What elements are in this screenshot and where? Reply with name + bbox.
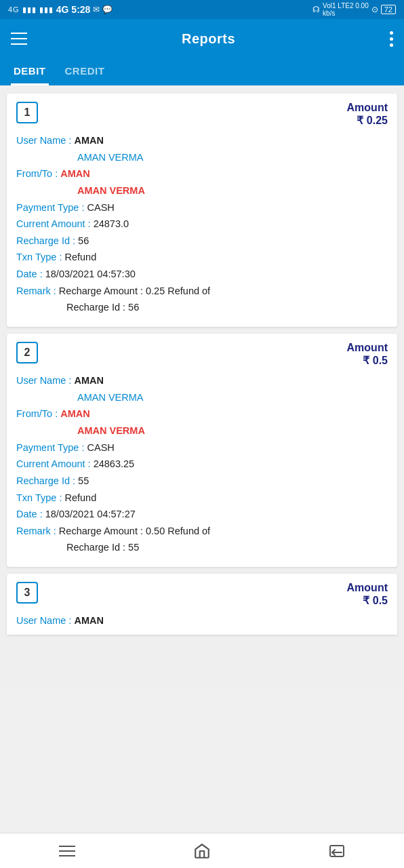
transaction-card-1: 1 Amount ₹ 0.25 User Name : AMAN AMAN VE… [7,94,397,327]
tab-credit[interactable]: CREDIT [62,58,108,85]
amount-label-1: Amount [347,102,388,114]
tab-debit[interactable]: DEBIT [11,58,49,85]
card-number-2: 2 [16,342,38,363]
amount-block-3: Amount ₹ 0.5 [347,582,388,607]
signal-strength-text: Vol1 LTE2 0.00kb/s [323,2,369,17]
card-number-3: 3 [16,582,38,604]
amount-block-2: Amount ₹ 0.5 [347,342,388,367]
card-number-1: 1 [16,102,38,123]
battery-icon: 72 [381,5,396,14]
username-row-3: User Name : AMAN [16,612,388,629]
signal-icons: 4G ▮▮▮ ▮▮▮ [8,5,54,14]
transaction-card-2: 2 Amount ₹ 0.5 User Name : AMAN AMAN VER… [7,334,397,567]
current-amount-row-2: Current Amount : 24863.25 [16,456,388,473]
svg-rect-0 [330,846,344,856]
fromto-row-1: From/To : AMAN AMAN VERMA [16,165,388,199]
message-icon: 💬 [102,5,113,14]
content-area: 1 Amount ₹ 0.25 User Name : AMAN AMAN VE… [0,85,404,690]
menu-button[interactable] [11,31,27,47]
status-bar: 4G ▮▮▮ ▮▮▮ 4G 5:28 ✉ 💬 ☊ Vol1 LTE2 0.00k… [0,0,404,19]
nav-back-button[interactable] [269,833,404,868]
bottom-navigation [0,833,404,868]
nav-home-button[interactable] [135,833,270,868]
fromto-row-2: From/To : AMAN AMAN VERMA [16,406,388,439]
amount-value-3: ₹ 0.5 [347,594,388,607]
bluetooth-icon: ☊ [312,5,320,14]
amount-label-3: Amount [347,582,388,594]
username-row-2: User Name : AMAN AMAN VERMA [16,372,388,406]
wifi-icon: ⊙ [371,5,378,14]
recharge-id-row-1: Recharge Id : 56 [16,233,388,250]
amount-block-1: Amount ₹ 0.25 [347,102,388,127]
nav-menu-button[interactable] [0,833,135,868]
remark-row-2: Remark : Recharge Amount : 0.50 Refund o… [16,523,388,556]
date-row-1: Date : 18/03/2021 04:57:30 [16,266,388,283]
page-title: Reports [182,31,235,47]
nav-hamburger-icon [59,846,75,856]
payment-type-row-1: Payment Type : CASH [16,199,388,216]
home-icon [193,842,211,860]
payment-type-row-2: Payment Type : CASH [16,439,388,456]
status-time: 4G 5:28 [56,4,91,15]
app-header: Reports [0,19,404,58]
current-amount-row-1: Current Amount : 24873.0 [16,216,388,233]
status-right: ☊ Vol1 LTE2 0.00kb/s ⊙ 72 [312,2,396,17]
remark-row-1: Remark : Recharge Amount : 0.25 Refund o… [16,283,388,316]
amount-value-2: ₹ 0.5 [347,354,388,367]
whatsapp-icon: ✉ [93,5,100,14]
txn-type-row-2: Txn Type : Refund [16,490,388,507]
txn-type-row-1: Txn Type : Refund [16,249,388,266]
date-row-2: Date : 18/03/2021 04:57:27 [16,506,388,523]
username-row-1: User Name : AMAN AMAN VERMA [16,132,388,165]
recharge-id-row-2: Recharge Id : 55 [16,473,388,490]
transaction-card-3-partial: 3 Amount ₹ 0.5 User Name : AMAN [7,574,397,635]
more-options-button[interactable] [390,31,393,47]
status-left: 4G ▮▮▮ ▮▮▮ 4G 5:28 ✉ 💬 [8,4,113,15]
back-icon [329,843,345,859]
amount-value-1: ₹ 0.25 [347,114,388,127]
amount-label-2: Amount [347,342,388,354]
tab-bar: DEBIT CREDIT [0,58,404,85]
